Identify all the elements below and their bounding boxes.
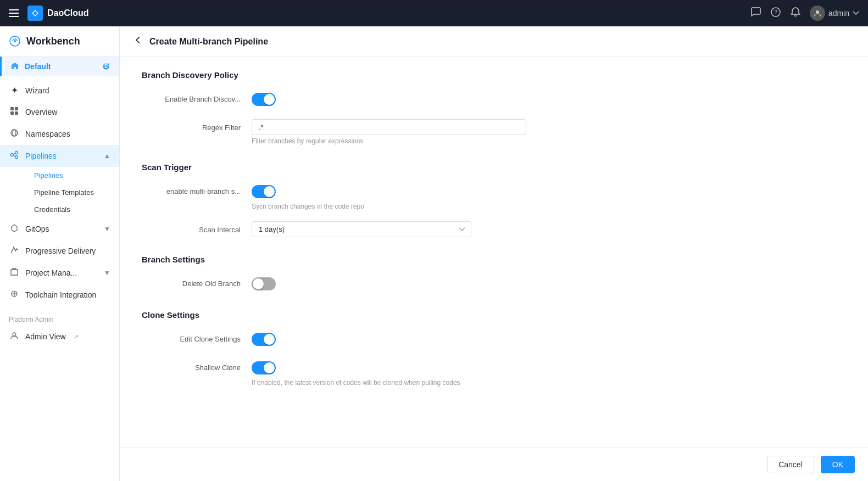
daocloud-logo-icon xyxy=(27,5,43,21)
scan-interval-control: 1 day(s) 6 hours 12 hours 2 days 1 week xyxy=(252,221,526,237)
scan-trigger-title: Scan Trigger xyxy=(142,163,846,172)
shallow-clone-row: Shallow Clone If enabled, the latest ver… xyxy=(142,359,846,387)
pipelines-icon xyxy=(9,150,20,161)
svg-rect-7 xyxy=(10,107,14,110)
hamburger-button[interactable] xyxy=(9,9,19,17)
shallow-clone-toggle[interactable] xyxy=(252,361,276,374)
scan-interval-label: Scan Intercal xyxy=(142,221,252,234)
regex-filter-input[interactable] xyxy=(252,119,526,135)
user-menu[interactable]: admin xyxy=(810,5,859,21)
sidebar-item-admin-view[interactable]: Admin View ↗ xyxy=(0,326,119,348)
edit-clone-settings-control xyxy=(252,331,526,348)
admin-view-label: Admin View xyxy=(25,332,66,341)
chevron-down-icon: ▼ xyxy=(104,269,110,277)
platform-admin-label: Platform Admin xyxy=(0,309,119,326)
sidebar-item-label: Pipelines xyxy=(25,152,57,160)
regex-filter-hint: Filter branches by regular expressions xyxy=(252,137,526,145)
enable-multi-branch-control: Sycn branch changes in the code repo xyxy=(252,183,526,210)
enable-multi-branch-label: enable multi-branch s... xyxy=(142,183,252,195)
delete-old-branch-toggle[interactable] xyxy=(252,277,276,290)
svg-rect-10 xyxy=(15,111,18,115)
sidebar-item-progressive-delivery[interactable]: Progressive Delivery xyxy=(0,240,119,262)
user-name: admin xyxy=(828,9,849,18)
sidebar-item-gitops[interactable]: GitOps ▼ xyxy=(0,218,119,240)
sidebar-subitem-pipeline-templates[interactable]: Pipeline Templates xyxy=(25,184,119,201)
branch-discovery-title: Branch Discovery Policy xyxy=(142,70,846,80)
navbar: DaoCloud ? admin xyxy=(0,0,868,26)
chevron-up-icon: ▲ xyxy=(104,152,110,160)
logo-text: DaoCloud xyxy=(47,8,89,18)
edit-clone-settings-label: Edit Clone Settings xyxy=(142,331,252,343)
regex-filter-row: Regex Filter Filter branches by regular … xyxy=(142,119,846,145)
scan-interval-select[interactable]: 1 day(s) 6 hours 12 hours 2 days 1 week xyxy=(252,221,471,237)
bell-icon[interactable] xyxy=(790,7,801,20)
svg-point-14 xyxy=(15,152,18,154)
svg-point-6 xyxy=(14,40,16,42)
sidebar-item-pipelines[interactable]: Pipelines ▲ xyxy=(0,145,119,167)
avatar xyxy=(810,5,825,21)
refresh-icon[interactable] xyxy=(102,62,110,71)
sidebar-subitem-credentials[interactable]: Credentials xyxy=(25,201,119,218)
regex-filter-control: Filter branches by regular expressions xyxy=(252,119,526,145)
shallow-clone-label: Shallow Clone xyxy=(142,359,252,372)
sidebar-nav: ✦ Wizard Overview Namespaces xyxy=(0,76,119,309)
default-label: Default xyxy=(25,62,51,71)
enable-branch-discovery-label: Enable Branch Discov... xyxy=(142,91,252,103)
form-footer: Cancel OK xyxy=(120,448,868,481)
edit-clone-settings-toggle[interactable] xyxy=(252,333,276,346)
logo: DaoCloud xyxy=(27,5,89,21)
chat-icon[interactable] xyxy=(750,7,761,20)
sidebar-item-namespaces[interactable]: Namespaces xyxy=(0,123,119,145)
svg-point-11 xyxy=(11,130,18,136)
delete-old-branch-label: Delete Old Branch xyxy=(142,275,252,288)
sidebar-item-label: Overview xyxy=(25,108,57,116)
sidebar-item-wizard[interactable]: ✦ Wizard xyxy=(0,80,119,101)
chevron-down-icon: ▼ xyxy=(104,225,110,233)
enable-multi-branch-hint: Sycn branch changes in the code repo xyxy=(252,203,526,210)
external-link-icon: ↗ xyxy=(74,333,79,340)
cancel-button[interactable]: Cancel xyxy=(767,456,814,473)
clone-settings-title: Clone Settings xyxy=(142,310,846,320)
workbench-icon xyxy=(9,35,21,47)
branch-settings-section: Branch Settings Delete Old Branch xyxy=(142,255,846,293)
wizard-icon: ✦ xyxy=(9,85,20,96)
sidebar: Workbench Default ✦ Wizard xyxy=(0,26,120,481)
form-container: Branch Discovery Policy Enable Branch Di… xyxy=(120,57,868,481)
page-title: Create Multi-branch Pipeline xyxy=(149,37,268,47)
enable-branch-discovery-control xyxy=(252,91,526,108)
main-layout: Workbench Default ✦ Wizard xyxy=(0,26,868,481)
page-header: Create Multi-branch Pipeline xyxy=(120,26,868,57)
help-icon[interactable]: ? xyxy=(770,7,781,20)
svg-point-4 xyxy=(816,10,819,14)
ok-button[interactable]: OK xyxy=(821,456,855,473)
admin-view-icon xyxy=(9,331,20,342)
project-management-icon xyxy=(9,267,20,278)
back-button[interactable] xyxy=(133,35,143,48)
svg-rect-9 xyxy=(10,111,14,115)
regex-filter-label: Regex Filter xyxy=(142,119,252,132)
sidebar-item-label: GitOps xyxy=(25,225,49,233)
shallow-clone-control: If enabled, the latest version of codes … xyxy=(252,359,526,387)
svg-point-12 xyxy=(13,130,16,136)
navbar-right: ? admin xyxy=(750,5,859,21)
main-content: Create Multi-branch Pipeline Branch Disc… xyxy=(120,26,868,481)
sidebar-default[interactable]: Default xyxy=(0,57,119,76)
sidebar-subitem-pipelines[interactable]: Pipelines xyxy=(25,167,119,184)
sidebar-workbench: Workbench xyxy=(0,26,119,57)
enable-multi-branch-toggle[interactable] xyxy=(252,185,276,198)
sidebar-item-project-management[interactable]: Project Mana... ▼ xyxy=(0,262,119,284)
form-scroll-area[interactable]: Branch Discovery Policy Enable Branch Di… xyxy=(120,57,868,448)
sidebar-item-overview[interactable]: Overview xyxy=(0,101,119,123)
branch-settings-title: Branch Settings xyxy=(142,255,846,264)
scan-trigger-section: Scan Trigger enable multi-branch s... Sy… xyxy=(142,163,846,237)
enable-branch-discovery-row: Enable Branch Discov... xyxy=(142,91,846,108)
chevron-down-icon xyxy=(853,11,859,15)
svg-point-1 xyxy=(34,12,37,15)
sidebar-item-label: Wizard xyxy=(25,86,49,95)
scan-interval-row: Scan Intercal 1 day(s) 6 hours 12 hours … xyxy=(142,221,846,237)
sidebar-item-toolchain[interactable]: Toolchain Integration xyxy=(0,284,119,306)
toolchain-icon xyxy=(9,289,20,300)
enable-branch-discovery-toggle[interactable] xyxy=(252,93,276,106)
delete-old-branch-row: Delete Old Branch xyxy=(142,275,846,293)
svg-point-16 xyxy=(13,333,16,336)
